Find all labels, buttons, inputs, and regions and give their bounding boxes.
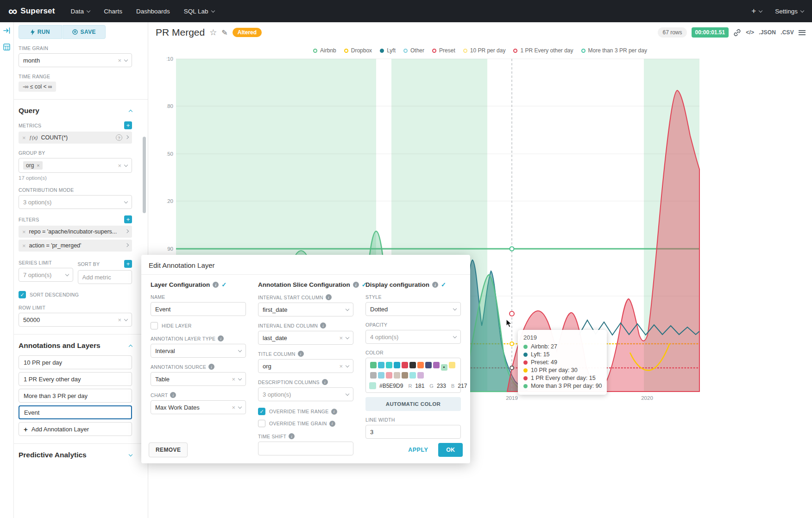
opacity-select[interactable]: 4 option(s)	[365, 330, 461, 344]
clear-icon[interactable]: ×	[118, 163, 121, 169]
time-grain-select[interactable]: month ×	[19, 53, 132, 67]
clear-icon[interactable]: ×	[339, 335, 343, 341]
description-columns-select[interactable]: 3 option(s)	[258, 387, 353, 401]
color-swatch[interactable]	[386, 372, 392, 379]
color-swatch[interactable]	[417, 372, 424, 379]
filter-chip[interactable]: × repo = 'apache/incubator-supers...	[19, 226, 132, 238]
annotation-layer-item[interactable]: 10 PR per day	[19, 355, 132, 369]
remove-filter-icon[interactable]: ×	[22, 243, 26, 249]
dataset-grid-icon[interactable]	[3, 44, 10, 52]
hex-value[interactable]: #B5E9D9	[379, 383, 403, 389]
new-item-button[interactable]: +	[751, 6, 762, 16]
share-link-icon[interactable]	[733, 29, 741, 37]
altered-badge[interactable]: Altered	[233, 28, 262, 37]
name-input[interactable]	[151, 302, 246, 316]
contribution-mode-select[interactable]: 3 option(s)	[19, 195, 132, 209]
clear-icon[interactable]: ×	[118, 57, 121, 63]
row-limit-select[interactable]: 50000 ×	[19, 313, 132, 327]
clear-icon[interactable]: ×	[118, 317, 121, 323]
edit-title-icon[interactable]: ✎	[221, 28, 227, 37]
interval-start-column-select[interactable]: first_date	[258, 303, 353, 316]
ok-button[interactable]: OK	[438, 443, 463, 457]
clear-icon[interactable]: ×	[339, 363, 343, 369]
annotation-layer-item[interactable]: Event	[19, 405, 132, 419]
chart-menu-icon[interactable]	[799, 30, 806, 35]
add-filter-button[interactable]: +	[124, 215, 132, 223]
info-icon[interactable]: i	[432, 282, 438, 288]
superset-logo[interactable]: ∞ Superset	[8, 5, 55, 18]
navbar-menu-item[interactable]: Charts	[104, 8, 122, 15]
color-swatch[interactable]	[394, 372, 400, 379]
favorite-star-icon[interactable]: ☆	[209, 27, 217, 38]
rgb-r-value[interactable]: 181	[415, 383, 424, 389]
apply-button[interactable]: APPLY	[405, 446, 431, 454]
predictive-analytics-section-header[interactable]: Predictive Analytics	[19, 451, 132, 459]
navbar-menu-item[interactable]: Dashboards	[136, 8, 170, 15]
annotation-source-select[interactable]: Table ×	[151, 372, 246, 386]
color-swatch[interactable]	[370, 362, 377, 368]
group-by-select[interactable]: org × ×	[19, 158, 132, 173]
title-column-select[interactable]: org ×	[258, 359, 353, 373]
legend-item[interactable]: Other	[403, 47, 424, 54]
legend-item[interactable]: 1 PR Every other day	[513, 47, 573, 54]
rgb-b-value[interactable]: 217	[458, 383, 467, 389]
add-metric-button[interactable]: +	[124, 121, 132, 129]
remove-metric-icon[interactable]: ×	[22, 135, 26, 141]
remove-button[interactable]: REMOVE	[149, 442, 188, 457]
info-icon[interactable]: i	[326, 294, 332, 300]
navbar-menu-item[interactable]: SQL Lab	[184, 8, 214, 15]
info-icon[interactable]: i	[353, 282, 359, 288]
interval-end-column-select[interactable]: last_date ×	[258, 331, 353, 345]
save-query-button[interactable]: SAVE	[63, 25, 106, 39]
legend-item[interactable]: Airbnb	[313, 47, 336, 54]
help-icon[interactable]: ?	[116, 134, 122, 141]
hide-layer-checkbox[interactable]	[151, 322, 158, 329]
color-swatch[interactable]	[449, 362, 455, 368]
color-swatch[interactable]	[378, 362, 384, 368]
settings-menu[interactable]: Settings	[775, 8, 804, 15]
color-swatch[interactable]	[394, 362, 400, 368]
legend-item[interactable]: Preset	[432, 47, 455, 54]
clear-icon[interactable]: ×	[232, 404, 235, 411]
color-swatch[interactable]	[378, 372, 384, 379]
info-icon[interactable]: i	[298, 351, 304, 357]
export-csv-button[interactable]: .CSV	[781, 29, 794, 36]
sort-descending-checkbox[interactable]: ✓	[19, 291, 26, 298]
color-swatch[interactable]	[417, 362, 424, 368]
style-select[interactable]: Dotted	[365, 302, 461, 316]
override-time-range-checkbox[interactable]: ✓	[258, 408, 265, 415]
add-sort-metric-button[interactable]: +	[124, 260, 132, 268]
filter-chip[interactable]: × action = 'pr_merged'	[19, 240, 132, 252]
info-icon[interactable]: i	[170, 392, 176, 398]
color-swatch[interactable]	[386, 362, 392, 368]
color-swatch[interactable]	[409, 372, 416, 379]
legend-item[interactable]: Lyft	[380, 47, 396, 54]
add-annotation-layer-button[interactable]: + Add Annotation Layer	[19, 422, 132, 436]
metric-chip[interactable]: × ƒ(x) COUNT(*) ?	[19, 132, 132, 144]
info-icon[interactable]: i	[331, 409, 337, 415]
color-swatch[interactable]	[441, 364, 447, 371]
info-icon[interactable]: i	[208, 364, 214, 370]
color-swatch[interactable]	[433, 362, 440, 368]
remove-chip-icon[interactable]: ×	[37, 163, 39, 168]
info-icon[interactable]: i	[289, 433, 295, 439]
color-swatch[interactable]	[409, 362, 416, 368]
info-icon[interactable]: i	[320, 322, 326, 328]
info-icon[interactable]: i	[213, 282, 219, 288]
query-section-header[interactable]: Query	[19, 107, 132, 115]
override-time-grain-checkbox[interactable]	[258, 420, 265, 427]
panel-scrollbar[interactable]	[143, 137, 146, 213]
group-by-chip[interactable]: org ×	[23, 161, 43, 170]
color-swatch[interactable]	[402, 372, 408, 379]
info-icon[interactable]: i	[329, 421, 335, 427]
annotation-layer-type-select[interactable]: Interval	[151, 344, 246, 358]
run-button[interactable]: RUN	[19, 25, 62, 39]
sort-by-select[interactable]: Add metric	[78, 270, 132, 284]
info-icon[interactable]: i	[322, 379, 328, 385]
color-swatch[interactable]	[370, 372, 377, 379]
annotations-section-header[interactable]: Annotations and Layers	[19, 341, 132, 350]
remove-filter-icon[interactable]: ×	[22, 229, 26, 235]
annotation-layer-item[interactable]: 1 PR Every other day	[19, 372, 132, 386]
automatic-color-button[interactable]: AUTOMATIC COLOR	[365, 397, 461, 411]
legend-item[interactable]: More than 3 PR per day	[581, 47, 647, 54]
